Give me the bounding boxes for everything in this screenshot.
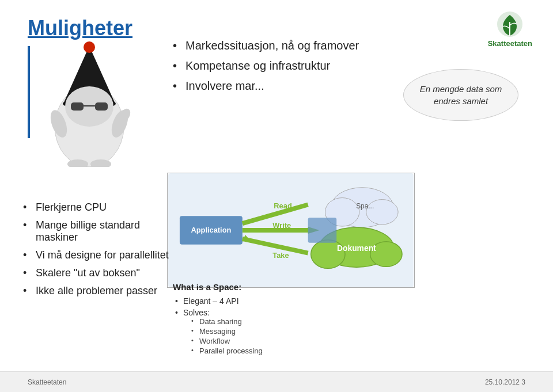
bullet-bottom-4: Skalere "ut av boksen" bbox=[23, 267, 173, 279]
info-sublist: Data sharing Messaging Workflow Parallel… bbox=[183, 317, 415, 355]
info-subitem-2: Messaging bbox=[183, 327, 415, 336]
bullet-bottom-2: Mange billige standard maskiner bbox=[23, 219, 173, 243]
svg-rect-28 bbox=[308, 218, 337, 243]
info-box-title: What is a Space: bbox=[173, 282, 415, 292]
svg-text:Spa...: Spa... bbox=[356, 202, 374, 210]
left-accent-bar bbox=[28, 46, 30, 138]
mascot-image bbox=[32, 35, 147, 167]
info-subitem-4: Parallel processing bbox=[183, 347, 415, 355]
info-item-2: Solves: Data sharing Messaging Workflow … bbox=[173, 308, 415, 355]
callout-bubble: En mengde data som endres samlet bbox=[403, 69, 518, 121]
bullet-item-1: Markedssituasjon, nå og framover bbox=[173, 39, 484, 52]
info-subitem-1: Data sharing bbox=[183, 317, 415, 326]
info-box: What is a Space: Elegant – 4 API Solves:… bbox=[173, 282, 415, 357]
bullet-list-bottom: Flerkjerne CPU Mange billige standard ma… bbox=[23, 201, 173, 303]
bullet-bottom-1: Flerkjerne CPU bbox=[23, 201, 173, 214]
logo-area: Skatteetaten bbox=[488, 10, 532, 48]
svg-point-5 bbox=[84, 41, 95, 53]
info-box-list: Elegant – 4 API Solves: Data sharing Mes… bbox=[173, 296, 415, 355]
diagram-area: Application Spa... Dokument Read Write T… bbox=[167, 173, 415, 288]
svg-text:Read: Read bbox=[274, 201, 291, 210]
footer-date-page: 25.10.2012 3 bbox=[485, 378, 525, 386]
skatteetaten-logo-icon bbox=[496, 10, 524, 38]
svg-text:Application: Application bbox=[191, 226, 231, 234]
bullet-item-2: Kompetanse og infrastruktur bbox=[173, 59, 484, 73]
svg-text:Write: Write bbox=[272, 221, 291, 230]
svg-text:Take: Take bbox=[272, 251, 289, 260]
svg-rect-7 bbox=[95, 102, 108, 111]
info-item-1: Elegant – 4 API bbox=[173, 296, 415, 306]
svg-rect-6 bbox=[71, 102, 84, 111]
svg-text:Dokument: Dokument bbox=[337, 243, 376, 253]
info-subitem-3: Workflow bbox=[183, 337, 415, 345]
bullet-bottom-5: Ikke alle problemer passer bbox=[23, 285, 173, 297]
footer-company: Skatteetaten bbox=[28, 378, 66, 386]
footer: Skatteetaten 25.10.2012 3 bbox=[0, 371, 553, 392]
logo-text: Skatteetaten bbox=[488, 39, 532, 48]
bullet-bottom-3: Vi må designe for parallellitet bbox=[23, 249, 173, 261]
